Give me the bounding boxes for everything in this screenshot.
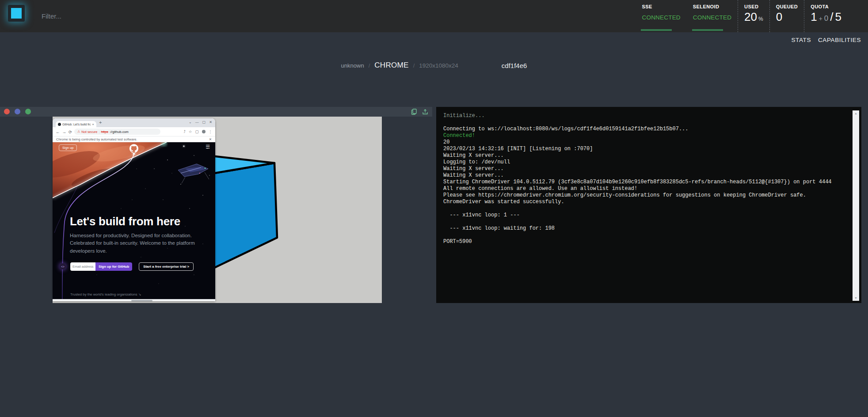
scrollbar-thumb[interactable] [131, 300, 152, 301]
maximize-dot[interactable] [25, 109, 31, 114]
stat-label: QUOTA [811, 4, 841, 9]
stat-queued: QUEUED 0 [769, 0, 804, 32]
log-line [443, 232, 841, 239]
back-icon[interactable]: ← [56, 129, 60, 134]
clipboard-icon[interactable] [411, 109, 417, 115]
scroll-up-icon[interactable]: ▲ [853, 112, 859, 115]
log-line: Starting ChromeDriver 104.0.5112.79 (3cf… [443, 179, 841, 186]
url-host: ://github.com [110, 130, 129, 134]
chrome-menu-icon[interactable]: ⋮ [209, 129, 213, 134]
code-icon: <> [60, 263, 66, 269]
signup-github-button[interactable]: Sign up for GitHub [95, 262, 132, 271]
quota-plus: + [819, 15, 822, 22]
tab-title: GitHub: Let's build from he [62, 123, 91, 126]
top-bar: SSE CONNECTED SELENOID CONNECTED USED 20… [0, 0, 868, 32]
log-line: Waiting X server... [443, 152, 841, 159]
github-octocat-icon[interactable] [129, 144, 138, 155]
not-secure-label: Not secure [81, 130, 97, 134]
tab-capabilities[interactable]: CAPABILITIES [818, 37, 861, 43]
share-icon[interactable]: ⤴ [184, 129, 186, 134]
url-field[interactable]: ⚠ Not secure | https ://github.com [74, 129, 160, 135]
log-panel: Initialize... Connecting to ws://localho… [436, 107, 861, 303]
infobar-text: Chrome is being controlled by automated … [56, 137, 137, 141]
side-panel-icon[interactable]: ▢ [195, 129, 198, 134]
used-value: 20 [744, 10, 757, 24]
horizontal-scrollbar[interactable] [53, 299, 215, 301]
tab-close-icon[interactable]: × [92, 122, 94, 126]
view-tabs: STATS CAPABILITIES [792, 37, 861, 43]
automation-infobar: Chrome is being controlled by automated … [53, 136, 215, 142]
vnc-screen[interactable]: GitHub: Let's build from he × + ⌄ — ▢ ✕ … [53, 117, 382, 303]
hero-cta: Email address Sign up for GitHub Start a… [70, 262, 194, 271]
close-session-dot[interactable] [4, 109, 10, 114]
sse-status: CONNECTED [642, 14, 680, 21]
hamburger-menu-icon[interactable]: ☰ [206, 144, 210, 150]
connected-underline [641, 29, 672, 31]
used-unit: % [758, 16, 763, 22]
address-bar: ← → ⟳ ⚠ Not secure | https ://github.com… [53, 127, 215, 136]
connected-underline [692, 29, 723, 31]
quota-used: 1 [811, 10, 817, 24]
separator: / [369, 62, 370, 69]
log-line [443, 219, 841, 225]
quota-total: 5 [835, 10, 841, 24]
forward-icon[interactable]: → [62, 129, 67, 134]
url-protocol: https [101, 130, 108, 134]
app-logo[interactable] [8, 5, 25, 22]
log-scrollbar[interactable]: ▲ ▼ [853, 110, 859, 301]
log-line [443, 119, 841, 126]
blue-cube [212, 155, 282, 272]
hero-title: Let's build from here [70, 215, 180, 228]
chrome-window: GitHub: Let's build from he × + ⌄ — ▢ ✕ … [53, 118, 215, 301]
enterprise-trial-button[interactable]: Start a free enterprise trial > [139, 262, 194, 271]
tab-search-icon[interactable]: ⌄ [189, 120, 192, 124]
tab-stats[interactable]: STATS [792, 37, 811, 43]
infobar-close-icon[interactable]: ✕ [209, 137, 212, 141]
vnc-actions [411, 109, 428, 115]
log-line: Waiting X server... [443, 172, 841, 179]
minimize-dot[interactable] [15, 109, 20, 114]
stat-sse: SSE CONNECTED [636, 0, 686, 32]
hero-subtitle: Harnessed for productivity. Designed for… [70, 232, 203, 255]
github-signup-button[interactable]: Sign up [59, 144, 77, 151]
log-line: All remote connections are allowed. Use … [443, 186, 841, 192]
browser-tab[interactable]: GitHub: Let's build from he × [56, 121, 96, 127]
vnc-titlebar [0, 107, 432, 117]
tab-strip: GitHub: Let's build from he × + ⌄ — ▢ ✕ [53, 118, 215, 127]
scroll-down-icon[interactable]: ▼ [853, 296, 859, 299]
session-row[interactable]: unknown / CHROME / 1920x1080x24 cdf1f4e6 [0, 61, 868, 70]
session-name: unknown [341, 62, 364, 69]
log-line [443, 205, 841, 212]
reload-icon[interactable]: ⟳ [69, 129, 72, 134]
log-line: Waiting X server... [443, 166, 841, 172]
email-field[interactable]: Email address [70, 262, 95, 271]
close-icon[interactable]: ✕ [209, 120, 212, 124]
separator: / [413, 62, 415, 69]
profile-avatar[interactable] [202, 130, 206, 133]
log-line: Initialize... [443, 113, 841, 119]
upload-icon[interactable] [422, 109, 428, 115]
selenoid-status: CONNECTED [693, 14, 731, 21]
log-line: 2023/02/13 14:32:16 [INIT] [Listening on… [443, 146, 841, 152]
filter-input[interactable] [42, 8, 227, 24]
log-line: Connecting to ws://localhost:8080/ws/log… [443, 126, 841, 133]
new-tab-button[interactable]: + [99, 120, 102, 125]
stat-used: USED 20 % [738, 0, 769, 32]
window-controls: ⌄ — ▢ ✕ [189, 120, 212, 124]
stat-selenoid: SELENOID CONNECTED [687, 0, 738, 32]
stat-label: USED [744, 4, 763, 9]
log-line: ChromeDriver was started successfully. [443, 199, 841, 205]
stat-label: QUEUED [776, 4, 798, 9]
log-line: --- x11vnc loop: 1 --- [443, 212, 841, 219]
vnc-card: GitHub: Let's build from he × + ⌄ — ▢ ✕ … [0, 107, 432, 303]
session-browser: CHROME [374, 61, 408, 70]
bookmark-star-icon[interactable]: ☆ [189, 129, 192, 134]
address-bar-icons: ⤴ ☆ ▢ ⋮ [184, 129, 212, 134]
log-line: Connected! [443, 133, 841, 139]
quota-slash: / [830, 10, 833, 24]
github-favicon-icon [58, 123, 61, 126]
stat-quota: QUOTA 1 + 0 / 5 [804, 0, 848, 32]
minimize-icon[interactable]: — [195, 120, 199, 124]
log-line: Please see https://chromedriver.chromium… [443, 192, 841, 199]
maximize-icon[interactable]: ▢ [202, 120, 206, 124]
